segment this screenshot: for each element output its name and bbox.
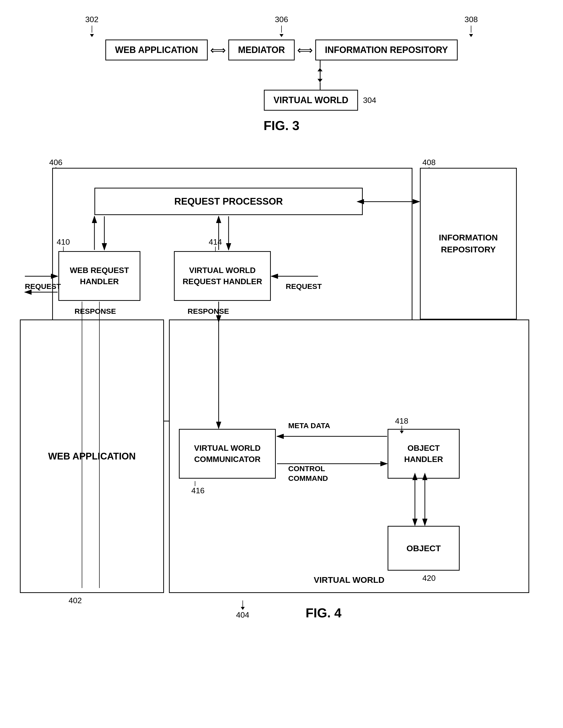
info-repository-box: INFORMATION REPOSITORY xyxy=(315,40,458,60)
ref-306: 306 xyxy=(275,15,288,37)
arrow-mediator-vw xyxy=(317,60,322,90)
fig3-diagram: 302 306 308 WEB APPLICATION ⟺ MEDIATOR ⟺… xyxy=(20,15,543,133)
ref-308: 308 xyxy=(465,15,478,37)
ref-418: 418 xyxy=(395,416,408,434)
ref-420: 420 xyxy=(422,574,435,583)
fig3-label: FIG. 3 xyxy=(264,118,299,133)
web-application-box: WEB APPLICATION xyxy=(105,40,208,60)
request-right-label: REQUEST xyxy=(286,282,322,291)
ref-402: 402 xyxy=(69,596,82,605)
request-processor-box: REQUEST PROCESSOR xyxy=(94,188,363,215)
info-repository-box: INFORMATION REPOSITORY xyxy=(420,168,517,319)
fig3-main-row: WEB APPLICATION ⟺ MEDIATOR ⟺ INFORMATION… xyxy=(105,40,458,60)
virtual-world-box: VIRTUAL WORLD xyxy=(264,90,358,111)
meta-data-label: META DATA xyxy=(288,421,330,430)
arrow-webapp-mediator: ⟺ xyxy=(208,44,228,56)
object-box: OBJECT xyxy=(387,526,460,571)
control-command-label: CONTROLCOMMAND xyxy=(288,464,328,483)
response-right-label: RESPONSE xyxy=(188,307,229,316)
request-left-label: REQUEST xyxy=(25,282,61,291)
vw-request-handler-box: VIRTUAL WORLDREQUEST HANDLER xyxy=(174,251,271,301)
arrow-mediator-repo: ⟺ xyxy=(295,44,315,56)
ref-304: 304 xyxy=(363,96,376,105)
web-request-handler-box: WEB REQUESTHANDLER xyxy=(58,251,140,301)
response-left-label: RESPONSE xyxy=(75,307,116,316)
web-application-outer-box: WEB APPLICATION xyxy=(20,319,164,593)
fig4-label: FIG. 4 xyxy=(305,605,341,620)
fig4-diagram: 406 408 412 MEDIATOR INFORMATION REPOSIT… xyxy=(20,153,542,650)
vw-communicator-box: VIRTUAL WORLDCOMMUNICATOR xyxy=(179,429,276,479)
mediator-box: MEDIATOR xyxy=(228,40,295,60)
ref-302: 302 xyxy=(85,15,98,37)
ref-416: 416 xyxy=(191,481,205,495)
ref-404: 404 xyxy=(236,600,249,620)
object-handler-box: OBJECTHANDLER xyxy=(387,429,460,479)
